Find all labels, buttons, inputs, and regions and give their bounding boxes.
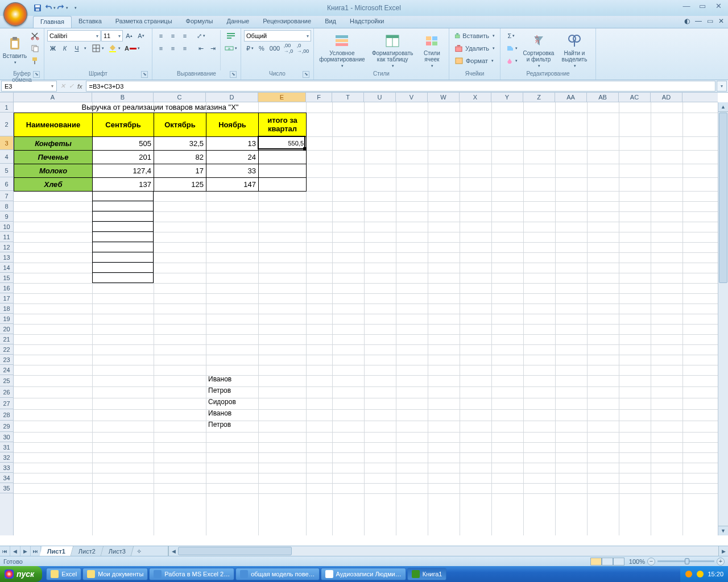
- column-header[interactable]: E: [258, 93, 306, 102]
- align-bottom-icon[interactable]: ≡: [179, 30, 191, 41]
- column-header[interactable]: Y: [491, 93, 523, 102]
- taskbar-item[interactable]: Мои документы: [82, 568, 148, 580]
- tab-view[interactable]: Вид: [318, 16, 343, 28]
- autosum-icon[interactable]: Σ▾: [503, 30, 519, 41]
- help-icon[interactable]: ◐: [682, 17, 692, 26]
- column-header[interactable]: AD: [651, 93, 682, 102]
- merge-icon[interactable]: a▾: [223, 43, 239, 54]
- align-launcher[interactable]: ⬊: [230, 71, 237, 78]
- scroll-left-icon[interactable]: ◀: [168, 546, 178, 556]
- vertical-scrollbar[interactable]: ▲ ▼: [718, 102, 728, 535]
- row-header[interactable]: 20: [0, 324, 13, 334]
- column-headers[interactable]: ABCDEFTUVWXYZAAABACAD: [14, 93, 718, 102]
- align-right-icon[interactable]: ≡: [179, 43, 191, 54]
- row-header[interactable]: 8: [0, 201, 13, 211]
- format-cells-button[interactable]: Формат▾: [452, 55, 497, 66]
- vscroll-thumb[interactable]: [719, 113, 727, 283]
- select-all-corner[interactable]: [0, 93, 14, 102]
- cut-icon[interactable]: [28, 30, 41, 41]
- view-page-layout-icon[interactable]: [602, 558, 613, 566]
- row-header[interactable]: 21: [0, 334, 13, 344]
- column-header[interactable]: AC: [619, 93, 651, 102]
- column-header[interactable]: X: [460, 93, 491, 102]
- taskbar-item[interactable]: Аудиозаписи Людми…: [321, 568, 406, 580]
- column-header[interactable]: T: [332, 93, 364, 102]
- font-name-combo[interactable]: Calibri▾: [47, 30, 101, 41]
- row-header[interactable]: 26: [0, 386, 13, 398]
- system-tray[interactable]: 15:20: [680, 566, 728, 582]
- column-header[interactable]: A: [14, 93, 92, 102]
- paste-button[interactable]: Вставить▾: [3, 30, 27, 70]
- row-header[interactable]: 17: [0, 293, 13, 304]
- copy-icon[interactable]: [28, 43, 41, 54]
- fill-icon[interactable]: ▾: [503, 43, 519, 54]
- qat-customize-icon[interactable]: ▾: [69, 2, 81, 14]
- view-normal-icon[interactable]: [590, 558, 602, 566]
- app-close-icon[interactable]: ✕: [717, 17, 726, 26]
- row-header[interactable]: 6: [0, 177, 13, 191]
- hscroll-thumb[interactable]: [178, 547, 292, 555]
- enter-formula-icon[interactable]: ✓: [69, 82, 74, 90]
- taskbar-item[interactable]: Работа в MS Excel 2…: [149, 568, 234, 580]
- decrease-indent-icon[interactable]: ⇤: [195, 43, 206, 54]
- tray-icon[interactable]: [696, 570, 704, 578]
- conditional-formatting-button[interactable]: Условное форматирование▾: [317, 30, 367, 70]
- percent-icon[interactable]: %: [256, 43, 267, 54]
- row-header[interactable]: 5: [0, 164, 13, 177]
- tab-page-layout[interactable]: Разметка страницы: [109, 16, 179, 28]
- font-launcher[interactable]: ⬊: [141, 71, 148, 78]
- row-header[interactable]: 9: [0, 211, 13, 222]
- undo-icon[interactable]: ▾: [44, 2, 56, 14]
- tray-icon[interactable]: [685, 570, 693, 578]
- office-button[interactable]: [3, 2, 27, 26]
- column-header[interactable]: AA: [555, 93, 587, 102]
- row-header[interactable]: 3: [0, 136, 13, 150]
- column-header[interactable]: F: [306, 93, 332, 102]
- italic-button[interactable]: К: [59, 43, 71, 54]
- decrease-font-icon[interactable]: A▾: [135, 30, 147, 41]
- row-header[interactable]: 13: [0, 252, 13, 263]
- taskbar-item[interactable]: Excel: [46, 568, 81, 580]
- column-header[interactable]: B: [92, 93, 154, 102]
- sheet-tab-3[interactable]: Лист3: [101, 546, 134, 556]
- font-size-combo[interactable]: 11▾: [101, 30, 123, 41]
- wrap-text-icon[interactable]: [223, 30, 239, 41]
- view-page-break-icon[interactable]: [613, 558, 624, 566]
- taskbar-item-active[interactable]: Книга1: [407, 568, 447, 580]
- format-painter-icon[interactable]: [28, 55, 41, 66]
- row-header[interactable]: 12: [0, 242, 13, 252]
- row-header[interactable]: 23: [0, 355, 13, 365]
- zoom-level[interactable]: 100%: [629, 558, 645, 565]
- scroll-up-icon[interactable]: ▲: [718, 102, 728, 112]
- close-button[interactable]: ✕: [712, 2, 725, 11]
- column-header[interactable]: D: [206, 93, 258, 102]
- tab-home[interactable]: Главная: [33, 16, 72, 28]
- sheet-nav-first-icon[interactable]: ⏮: [0, 546, 10, 556]
- tab-data[interactable]: Данные: [220, 16, 256, 28]
- zoom-out-icon[interactable]: −: [647, 558, 655, 566]
- column-header[interactable]: W: [428, 93, 460, 102]
- row-header[interactable]: 34: [0, 473, 13, 483]
- column-header[interactable]: AB: [587, 93, 619, 102]
- row-headers[interactable]: 1234567891011121314151617181920212223242…: [0, 102, 14, 535]
- formula-input[interactable]: =B3+C3+D3: [86, 81, 715, 92]
- currency-icon[interactable]: ₽▾: [244, 43, 255, 54]
- expand-formula-bar-icon[interactable]: ▾: [717, 81, 727, 92]
- row-header[interactable]: 25: [0, 375, 13, 386]
- column-header[interactable]: U: [364, 93, 396, 102]
- row-header[interactable]: 22: [0, 344, 13, 355]
- row-header[interactable]: 27: [0, 398, 13, 409]
- new-sheet-icon[interactable]: ✧: [133, 546, 145, 556]
- comma-icon[interactable]: 000: [268, 43, 282, 54]
- scroll-right-icon[interactable]: ▶: [718, 546, 728, 556]
- column-header[interactable]: C: [154, 93, 206, 102]
- row-header[interactable]: 18: [0, 304, 13, 314]
- sheet-nav-next-icon[interactable]: ▶: [20, 546, 31, 556]
- row-header[interactable]: 2: [0, 113, 13, 136]
- row-header[interactable]: 33: [0, 463, 13, 473]
- taskbar-item[interactable]: общая модель пове…: [235, 568, 319, 580]
- increase-font-icon[interactable]: A▴: [123, 30, 135, 41]
- horizontal-scrollbar[interactable]: ◀ ▶: [168, 546, 728, 556]
- align-top-icon[interactable]: ≡: [155, 30, 167, 41]
- save-icon[interactable]: [32, 2, 43, 14]
